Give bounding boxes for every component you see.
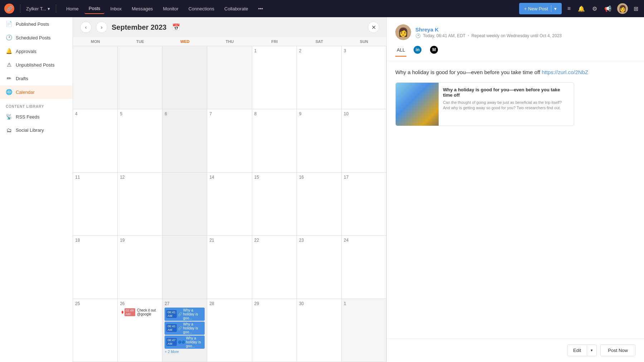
cal-event-641-1[interactable]: 06:41 AM 🔗 Why a holiday is goo...	[165, 308, 205, 321]
nav-home[interactable]: Home	[62, 4, 83, 14]
sidebar-item-drafts[interactable]: ✏ Drafts	[0, 72, 73, 85]
grid-icon[interactable]: ⊞	[632, 4, 640, 14]
cal-cell-sep1[interactable]: 1	[252, 46, 297, 109]
cal-event-647[interactable]: 06:47 AM 🔵🔵 Why a holiday is goo...	[165, 336, 205, 349]
detail-user-name: Shreya K	[415, 26, 562, 33]
post-link[interactable]: https://zurl.co/2NbZ	[542, 69, 588, 75]
cal-cell-sep12[interactable]: 12	[118, 173, 162, 235]
cal-cell-sep15[interactable]: 15	[252, 173, 297, 235]
cal-cell-sep28[interactable]: 28	[207, 299, 252, 362]
edit-dropdown-arrow[interactable]: ▾	[587, 345, 596, 356]
edit-button[interactable]: Edit	[567, 345, 587, 356]
linkedin-icon: in	[414, 46, 421, 54]
detail-tabs: ALL in M	[395, 44, 635, 57]
tab-linkedin[interactable]: in	[412, 44, 423, 57]
cal-cell-sep19[interactable]: 19	[118, 236, 162, 298]
cal-cell-sep30[interactable]: 30	[297, 299, 342, 362]
scheduled-posts-icon: 🕐	[6, 34, 12, 41]
nav-more[interactable]: •••	[254, 4, 268, 14]
nav-right: + New Post ▾ ≡ 🔔 ⚙ 📢 👩 ⊞	[519, 3, 640, 14]
detail-avatar-face: 👩	[398, 27, 409, 37]
cal-cell-sep10[interactable]: 10	[342, 109, 386, 172]
cal-cell-sep17[interactable]: 17	[342, 173, 386, 235]
cal-cell-sep22[interactable]: 22	[252, 236, 297, 298]
app-logo: 🔗	[4, 4, 14, 14]
nav-collaborate[interactable]: Collaborate	[220, 4, 253, 14]
link-icon-2: 🔗	[178, 326, 182, 330]
brand-name: Zylker T...	[26, 6, 46, 11]
tab-medium[interactable]: M	[429, 44, 439, 57]
cal-cell-sep27[interactable]: 27 06:41 AM 🔗 Why a holiday is goo... 06…	[162, 299, 207, 362]
sidebar-item-unpublished-posts[interactable]: ⚠ Unpublished Posts	[0, 58, 73, 72]
cal-cell-sep25[interactable]: 25	[73, 299, 118, 362]
preview-description: Can the thought of going away be just as…	[443, 100, 570, 111]
cal-cell-sep7[interactable]: 7	[207, 109, 252, 172]
sidebar-item-social-library[interactable]: 🗂 Social Library	[0, 124, 73, 137]
detail-meta-repeat: Repeat weekly on Wednesday until Oct 4, …	[471, 33, 562, 38]
nav-messages[interactable]: Messages	[127, 4, 157, 14]
cal-cell-oct1[interactable]: 1	[342, 299, 386, 362]
day-header-tue: TUE	[118, 37, 162, 46]
calendar-week-5: 25 26 02:48 AM Check it out @google 27 0…	[73, 299, 386, 362]
cal-cell-sep14[interactable]: 14	[207, 173, 252, 235]
sidebar-item-published-posts[interactable]: 📄 Published Posts	[0, 17, 73, 31]
cal-cell-sep5[interactable]: 5	[118, 109, 162, 172]
cal-cell-sep4[interactable]: 4	[73, 109, 118, 172]
nav-divider-2	[56, 4, 56, 13]
brand-selector[interactable]: Zylker T... ▾	[26, 6, 50, 11]
cal-cell-sep8[interactable]: 8	[252, 109, 297, 172]
cal-event-red[interactable]: 02:48 AM Check it out @google	[120, 308, 160, 317]
cal-cell-sep24[interactable]: 24	[342, 236, 386, 298]
cal-cell-sep13[interactable]	[162, 173, 207, 235]
tab-all-label: ALL	[397, 47, 405, 53]
nav-posts[interactable]: Posts	[84, 4, 105, 14]
event-text-641-2: Why a holiday is goo...	[183, 322, 203, 334]
preview-image-inner	[396, 83, 439, 126]
nav-connections[interactable]: Connections	[184, 4, 219, 14]
new-post-button[interactable]: + New Post ▾	[519, 3, 562, 14]
red-dot-icon	[122, 311, 123, 314]
cal-cell-sep11[interactable]: 11	[73, 173, 118, 235]
avatar-face: 👩	[619, 5, 626, 13]
broadcast-icon[interactable]: 📢	[603, 4, 613, 14]
more-events-link[interactable]: + 2 More	[165, 349, 205, 354]
post-now-button[interactable]: Post Now	[600, 344, 635, 356]
cal-cell-sep20[interactable]	[162, 236, 207, 298]
prev-month-button[interactable]: ‹	[80, 21, 92, 33]
next-month-button[interactable]: ›	[96, 21, 107, 33]
cal-cell-sep3[interactable]: 3	[342, 46, 386, 109]
close-detail-button[interactable]: ✕	[368, 21, 379, 33]
sidebar-item-scheduled-posts[interactable]: 🕐 Scheduled Posts	[0, 31, 73, 44]
cal-cell-sep18[interactable]: 18	[73, 236, 118, 298]
sidebar-item-calendar[interactable]: 🌐 Calendar	[0, 85, 73, 99]
settings-icon[interactable]: ⚙	[591, 4, 599, 14]
sidebar-label-social-library: Social Library	[16, 127, 44, 133]
cal-cell-sep21[interactable]: 21	[207, 236, 252, 298]
cal-event-641-2[interactable]: 06:41 AM 🔗 Why a holiday is goo...	[165, 322, 205, 335]
cal-cell-sep6[interactable]: 6	[162, 109, 207, 172]
nav-monitor[interactable]: Monitor	[158, 4, 182, 14]
cal-cell-sep2[interactable]: 2	[297, 46, 342, 109]
cal-cell-sep16[interactable]: 16	[297, 173, 342, 235]
cal-cell-sep26[interactable]: 26 02:48 AM Check it out @google	[118, 299, 162, 362]
new-post-dropdown-arrow[interactable]: ▾	[554, 6, 557, 11]
day-header-sun: SUN	[342, 37, 386, 46]
link-icon-1: 🔗	[178, 312, 182, 316]
preview-text: Why a holiday is good for you—even befor…	[439, 83, 574, 126]
cal-cell	[207, 46, 252, 109]
sidebar-label-calendar: Calendar	[16, 90, 35, 95]
user-avatar[interactable]: 👩	[617, 3, 628, 14]
notifications-icon[interactable]: 🔔	[576, 4, 586, 14]
cal-cell-sep29[interactable]: 29	[252, 299, 297, 362]
calendar-week-1: 1 2 3	[73, 46, 386, 109]
calendar-view-icon[interactable]: 📅	[172, 23, 180, 31]
sidebar-item-rss-feeds[interactable]: 📡 RSS Feeds	[0, 110, 73, 124]
nav-inbox[interactable]: Inbox	[106, 4, 126, 14]
post-preview-card[interactable]: Why a holiday is good for you—even befor…	[395, 82, 574, 126]
cal-cell-sep23[interactable]: 23	[297, 236, 342, 298]
top-navigation: 🔗 Zylker T... ▾ Home Posts Inbox Message…	[0, 0, 644, 17]
cal-cell-sep9[interactable]: 9	[297, 109, 342, 172]
tab-all[interactable]: ALL	[395, 44, 406, 57]
menu-icon[interactable]: ≡	[566, 4, 572, 13]
sidebar-item-approvals[interactable]: 🔔 Approvals	[0, 44, 73, 58]
